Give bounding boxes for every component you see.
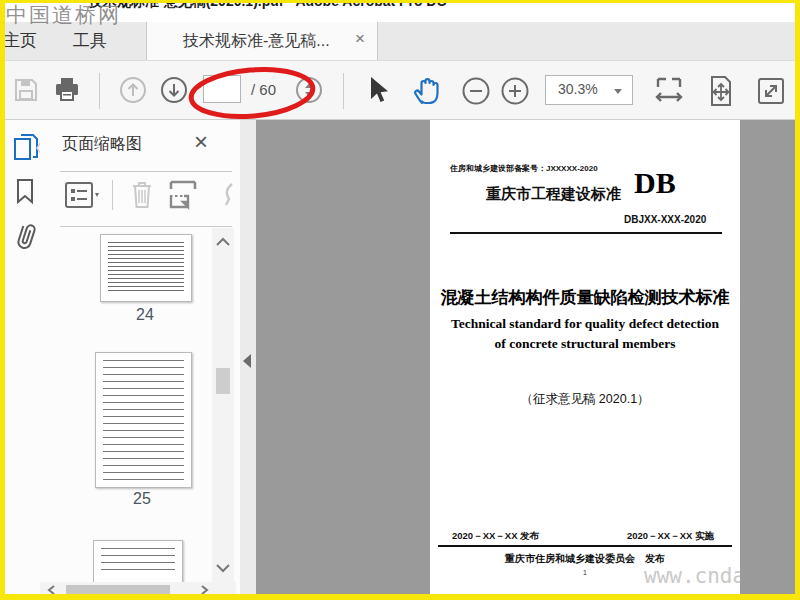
thumbnail-options-button[interactable] bbox=[64, 180, 102, 210]
frame-border bbox=[0, 0, 5, 600]
thumbnail-label: 24 bbox=[95, 306, 195, 324]
trash-icon bbox=[128, 179, 156, 211]
record-number: 住房和城乡建设部备案号：JXXXXX-2020 bbox=[450, 163, 598, 174]
toolbar-divider bbox=[99, 73, 100, 109]
frame-border bbox=[795, 0, 800, 600]
divider bbox=[112, 180, 113, 210]
thumbnail-content bbox=[101, 548, 175, 576]
fit-width-icon bbox=[653, 75, 685, 107]
paperclip-icon bbox=[11, 220, 39, 254]
document-title-en-2: of concrete structural members bbox=[430, 336, 740, 352]
issue-date: 2020－XX－XX 发布 bbox=[452, 530, 539, 543]
acrobat-window: 技术规标准-意见稿(2020.1).pdf - Adobe Acrobat Pr… bbox=[0, 0, 800, 600]
fit-page-icon bbox=[705, 75, 737, 107]
cursor-arrow-icon bbox=[367, 75, 391, 105]
thumbnail-page-26[interactable] bbox=[93, 540, 183, 584]
plus-icon bbox=[500, 76, 530, 106]
pdf-page: 住房和城乡建设部备案号：JXXXXX-2020 重庆市工程建设标准 DB DBJ… bbox=[430, 120, 740, 594]
document-title-cn: 混凝土结构构件质量缺陷检测技术标准 bbox=[430, 286, 740, 309]
db-mark: DB bbox=[634, 166, 676, 200]
tab-close-icon[interactable]: × bbox=[355, 29, 365, 49]
save-icon bbox=[13, 77, 39, 103]
draft-note: （征求意见稿 2020.1） bbox=[430, 391, 740, 408]
site-watermark-top: 中国道桥网 bbox=[6, 1, 121, 29]
document-title-en-1: Technical standard for quality defect de… bbox=[430, 316, 740, 332]
minus-icon bbox=[461, 76, 491, 106]
print-icon bbox=[53, 76, 81, 104]
frame-border bbox=[0, 594, 800, 600]
chevron-down-icon bbox=[614, 89, 622, 94]
fit-page-button[interactable] bbox=[705, 75, 737, 107]
collapse-panel-icon[interactable] bbox=[243, 354, 251, 368]
arrow-up-icon bbox=[119, 76, 147, 104]
thumbnail-page-25[interactable] bbox=[95, 352, 192, 488]
window-titlebar: 技术规标准-意见稿(2020.1).pdf - Adobe Acrobat Pr… bbox=[5, 3, 795, 22]
stepper-icon bbox=[295, 76, 323, 104]
zoom-level-dropdown[interactable]: 30.3% bbox=[545, 75, 633, 105]
window-title: 技术规标准-意见稿(2020.1).pdf - Adobe Acrobat Pr… bbox=[89, 3, 447, 11]
frame-border bbox=[0, 0, 800, 3]
page-number-input[interactable] bbox=[203, 75, 241, 103]
bookmarks-tab[interactable] bbox=[13, 177, 37, 205]
implement-date: 2020－XX－XX 实施 bbox=[627, 530, 714, 543]
hand-tool-button[interactable] bbox=[410, 74, 444, 108]
next-page-button[interactable] bbox=[160, 76, 188, 104]
extract-pages-icon bbox=[166, 178, 200, 212]
delete-page-button[interactable] bbox=[128, 179, 156, 211]
save-button[interactable] bbox=[13, 77, 39, 103]
options-list-icon bbox=[64, 180, 102, 210]
site-watermark-bottom: www.cndao bbox=[644, 564, 740, 588]
fullscreen-icon bbox=[756, 76, 786, 106]
print-button[interactable] bbox=[53, 76, 81, 104]
bookmark-icon bbox=[13, 177, 37, 205]
page-total-label: / 60 bbox=[251, 81, 276, 98]
panel-close-icon[interactable]: × bbox=[194, 128, 208, 156]
tab-strip: 主页 工具 技术规标准-意见稿... × bbox=[5, 22, 795, 60]
zoom-level-value: 30.3% bbox=[558, 81, 598, 97]
arrow-down-icon bbox=[160, 76, 188, 104]
rule-line bbox=[438, 545, 732, 547]
tab-document-label: 技术规标准-意见稿... bbox=[183, 22, 330, 60]
panel-title: 页面缩略图 bbox=[62, 134, 142, 155]
divider bbox=[60, 171, 232, 172]
divider bbox=[60, 226, 232, 227]
thumbnail-content bbox=[108, 242, 184, 294]
scrollbar-thumb[interactable] bbox=[216, 368, 230, 394]
standard-number: DBJXX-XXX-2020 bbox=[624, 214, 706, 225]
rotate-icon bbox=[222, 182, 236, 208]
toolbar-divider bbox=[343, 73, 344, 109]
fullscreen-button[interactable] bbox=[756, 76, 786, 106]
page-stepper[interactable] bbox=[295, 76, 323, 104]
scroll-up-icon[interactable] bbox=[214, 236, 232, 248]
navigation-rail bbox=[5, 120, 40, 594]
previous-page-button[interactable] bbox=[119, 76, 147, 104]
select-tool-button[interactable] bbox=[367, 75, 391, 105]
scroll-down-icon[interactable] bbox=[214, 562, 232, 574]
document-canvas[interactable]: 住房和城乡建设部备案号：JXXXXX-2020 重庆市工程建设标准 DB DBJ… bbox=[256, 120, 795, 594]
thumbnail-content bbox=[103, 360, 184, 480]
attachments-tab[interactable] bbox=[11, 220, 39, 254]
tab-document[interactable]: 技术规标准-意见稿... × bbox=[146, 22, 378, 60]
thumbnail-page-24[interactable] bbox=[100, 234, 192, 302]
standard-category: 重庆市工程建设标准 bbox=[486, 185, 621, 204]
zoom-out-button[interactable] bbox=[461, 76, 491, 106]
main-toolbar: / 60 bbox=[5, 60, 795, 120]
thumbnails-vertical-scrollbar[interactable] bbox=[212, 228, 234, 582]
rule-line bbox=[450, 232, 722, 234]
thumbnails-panel: 页面缩略图 × bbox=[40, 120, 240, 594]
hand-icon bbox=[410, 74, 444, 108]
zoom-in-button[interactable] bbox=[500, 76, 530, 106]
panel-splitter[interactable] bbox=[240, 120, 256, 594]
thumbnail-label: 25 bbox=[92, 490, 192, 508]
fit-width-button[interactable] bbox=[653, 75, 685, 107]
page-layout-button[interactable] bbox=[166, 178, 200, 212]
